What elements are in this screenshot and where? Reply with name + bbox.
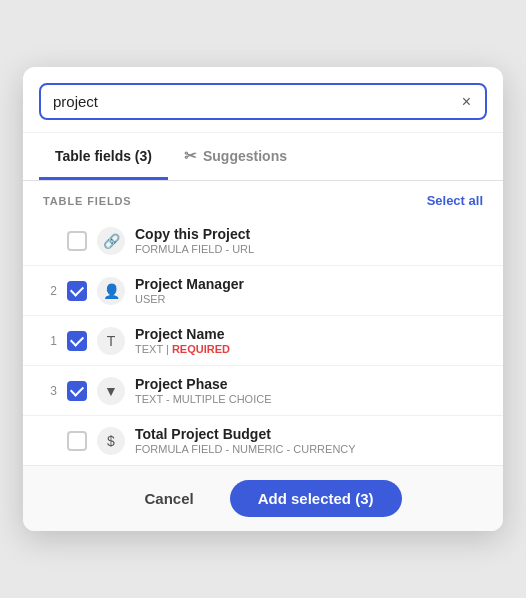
field-picker-dialog: × Table fields (3) ✂ Suggestions TABLE F… xyxy=(23,67,503,531)
clear-search-button[interactable]: × xyxy=(460,94,473,110)
search-bar: × xyxy=(23,67,503,133)
field-name: Project Manager xyxy=(135,276,483,292)
footer: Cancel Add selected (3) xyxy=(23,465,503,531)
field-subtype: FORMULA FIELD - NUMERIC - CURRENCY xyxy=(135,443,483,455)
field-checkbox[interactable] xyxy=(67,331,87,351)
table-row: 🔗Copy this ProjectFORMULA FIELD - URL xyxy=(23,216,503,266)
field-number: 1 xyxy=(43,334,57,348)
suggestions-icon: ✂ xyxy=(184,147,197,165)
table-row: 3▼Project PhaseTEXT - MULTIPLE CHOICE xyxy=(23,366,503,416)
field-number: 2 xyxy=(43,284,57,298)
section-header: TABLE FIELDS Select all xyxy=(23,181,503,216)
field-checkbox[interactable] xyxy=(67,231,87,251)
field-info: Project ManagerUSER xyxy=(135,276,483,305)
search-input-wrap: × xyxy=(39,83,487,120)
field-checkbox[interactable] xyxy=(67,431,87,451)
field-subtype: FORMULA FIELD - URL xyxy=(135,243,483,255)
field-info: Project PhaseTEXT - MULTIPLE CHOICE xyxy=(135,376,483,405)
table-row: 1TProject NameTEXT | REQUIRED xyxy=(23,316,503,366)
field-checkbox[interactable] xyxy=(67,281,87,301)
required-badge: REQUIRED xyxy=(172,343,230,355)
field-name: Copy this Project xyxy=(135,226,483,242)
field-checkbox[interactable] xyxy=(67,381,87,401)
tab-suggestions[interactable]: ✂ Suggestions xyxy=(168,133,303,180)
formula-url-icon: 🔗 xyxy=(97,227,125,255)
field-number: 3 xyxy=(43,384,57,398)
field-subtype: TEXT - MULTIPLE CHOICE xyxy=(135,393,483,405)
fields-list: 🔗Copy this ProjectFORMULA FIELD - URL2👤P… xyxy=(23,216,503,465)
field-name: Project Phase xyxy=(135,376,483,392)
search-input[interactable] xyxy=(53,93,460,110)
field-subtype: USER xyxy=(135,293,483,305)
tabs: Table fields (3) ✂ Suggestions xyxy=(23,133,503,181)
add-selected-button[interactable]: Add selected (3) xyxy=(230,480,402,517)
tab-table-fields-label: Table fields (3) xyxy=(55,148,152,164)
multiple-choice-icon: ▼ xyxy=(97,377,125,405)
table-row: $Total Project BudgetFORMULA FIELD - NUM… xyxy=(23,416,503,465)
field-name: Total Project Budget xyxy=(135,426,483,442)
select-all-button[interactable]: Select all xyxy=(427,193,483,208)
section-label: TABLE FIELDS xyxy=(43,195,132,207)
tab-suggestions-label: Suggestions xyxy=(203,148,287,164)
field-name: Project Name xyxy=(135,326,483,342)
field-subtype: TEXT | REQUIRED xyxy=(135,343,483,355)
user-icon: 👤 xyxy=(97,277,125,305)
field-info: Project NameTEXT | REQUIRED xyxy=(135,326,483,355)
field-info: Total Project BudgetFORMULA FIELD - NUME… xyxy=(135,426,483,455)
table-row: 2👤Project ManagerUSER xyxy=(23,266,503,316)
cancel-button[interactable]: Cancel xyxy=(124,480,213,517)
tab-table-fields[interactable]: Table fields (3) xyxy=(39,133,168,180)
text-icon: T xyxy=(97,327,125,355)
currency-icon: $ xyxy=(97,427,125,455)
field-info: Copy this ProjectFORMULA FIELD - URL xyxy=(135,226,483,255)
